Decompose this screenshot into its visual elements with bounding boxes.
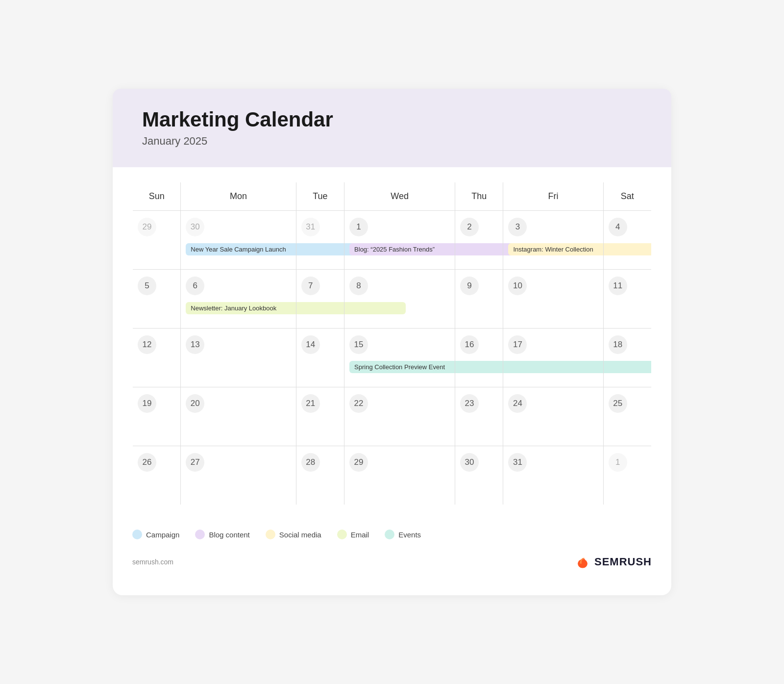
day-number: 26 xyxy=(138,453,156,472)
legend-label: Email xyxy=(351,531,369,539)
day-number: 14 xyxy=(301,335,320,354)
col-header-sun: Sun xyxy=(133,182,181,211)
calendar-week-4: 2627282930311 xyxy=(133,446,652,505)
page-title: Marketing Calendar xyxy=(142,108,642,131)
calendar-cell-w2-d5[interactable]: 17 xyxy=(503,329,603,387)
calendar-cell-w2-d0[interactable]: 12 xyxy=(133,329,181,387)
legend-item-campaign: Campaign xyxy=(132,530,179,539)
legend-dot xyxy=(195,530,205,539)
calendar-cell-w4-d5[interactable]: 31 xyxy=(503,446,603,505)
legend-dot xyxy=(132,530,142,539)
day-number: 29 xyxy=(349,453,368,472)
day-number: 19 xyxy=(138,394,156,413)
day-number: 29 xyxy=(138,218,156,236)
day-number: 27 xyxy=(186,453,204,472)
calendar-cell-w1-d1[interactable]: 6Newsletter: January Lookbook xyxy=(181,270,296,329)
calendar-week-1: 56Newsletter: January Lookbook7891011 xyxy=(133,270,652,329)
calendar-container: SunMonTueWedThuFriSat 2930New Year Sale … xyxy=(113,167,671,520)
calendar-cell-w2-d6[interactable]: 18 xyxy=(603,329,651,387)
calendar-cell-w3-d2[interactable]: 21 xyxy=(296,387,344,446)
calendar-cell-w4-d0[interactable]: 26 xyxy=(133,446,181,505)
day-number: 8 xyxy=(349,277,368,295)
day-number: 4 xyxy=(609,218,627,236)
day-number: 25 xyxy=(609,394,627,413)
calendar-cell-w2-d2[interactable]: 14 xyxy=(296,329,344,387)
day-number: 5 xyxy=(138,277,156,295)
calendar-cell-w1-d0[interactable]: 5 xyxy=(133,270,181,329)
col-header-thu: Thu xyxy=(455,182,503,211)
day-number: 9 xyxy=(460,277,479,295)
legend-dot xyxy=(337,530,347,539)
calendar-cell-w3-d1[interactable]: 20 xyxy=(181,387,296,446)
calendar-cell-w1-d4[interactable]: 9 xyxy=(455,270,503,329)
calendar-table: SunMonTueWedThuFriSat 2930New Year Sale … xyxy=(132,182,652,505)
legend-dot xyxy=(266,530,275,539)
day-number: 2 xyxy=(460,218,479,236)
calendar-cell-w1-d5[interactable]: 10 xyxy=(503,270,603,329)
calendar-week-0: 2930New Year Sale Campaign Launch311Blog… xyxy=(133,211,652,270)
legend-item-social-media: Social media xyxy=(266,530,321,539)
day-number: 21 xyxy=(301,394,320,413)
calendar-cell-w1-d3[interactable]: 8 xyxy=(344,270,455,329)
day-number: 20 xyxy=(186,394,204,413)
day-number: 31 xyxy=(301,218,320,236)
calendar-cell-w4-d2[interactable]: 28 xyxy=(296,446,344,505)
page-wrapper: Marketing Calendar January 2025 SunMonTu… xyxy=(113,89,671,595)
col-header-tue: Tue xyxy=(296,182,344,211)
legend-item-email: Email xyxy=(337,530,369,539)
calendar-cell-w3-d3[interactable]: 22 xyxy=(344,387,455,446)
col-header-mon: Mon xyxy=(181,182,296,211)
calendar-cell-w4-d6[interactable]: 1 xyxy=(603,446,651,505)
calendar-cell-w3-d6[interactable]: 25 xyxy=(603,387,651,446)
semrush-icon xyxy=(574,553,591,571)
legend-item-events: Events xyxy=(385,530,421,539)
day-number: 15 xyxy=(349,335,368,354)
calendar-cell-w0-d0[interactable]: 29 xyxy=(133,211,181,270)
calendar-cell-w0-d3[interactable]: 1Blog: “2025 Fashion Trends” xyxy=(344,211,455,270)
legend-item-blog-content: Blog content xyxy=(195,530,249,539)
calendar-header: Marketing Calendar January 2025 xyxy=(113,89,671,167)
day-number: 28 xyxy=(301,453,320,472)
day-number: 10 xyxy=(508,277,527,295)
calendar-cell-w0-d1[interactable]: 30New Year Sale Campaign Launch xyxy=(181,211,296,270)
day-number: 24 xyxy=(508,394,527,413)
calendar-cell-w4-d4[interactable]: 30 xyxy=(455,446,503,505)
day-number: 1 xyxy=(349,218,368,236)
legend-label: Social media xyxy=(279,531,321,539)
day-number: 11 xyxy=(609,277,627,295)
calendar-cell-w0-d4[interactable]: 2 xyxy=(455,211,503,270)
calendar-cell-w0-d5[interactable]: 3Instagram: Winter Collection xyxy=(503,211,603,270)
calendar-cell-w1-d2[interactable]: 7 xyxy=(296,270,344,329)
calendar-cell-w3-d5[interactable]: 24 xyxy=(503,387,603,446)
calendar-cell-w2-d3[interactable]: 15Spring Collection Preview Event xyxy=(344,329,455,387)
day-number: 16 xyxy=(460,335,479,354)
semrush-logo: SEMRUSH xyxy=(574,553,652,571)
calendar-cell-w2-d4[interactable]: 16 xyxy=(455,329,503,387)
calendar-week-2: 12131415Spring Collection Preview Event1… xyxy=(133,329,652,387)
calendar-week-3: 19202122232425 xyxy=(133,387,652,446)
calendar-cell-w1-d6[interactable]: 11 xyxy=(603,270,651,329)
calendar-legend: CampaignBlog contentSocial mediaEmailEve… xyxy=(113,520,671,539)
calendar-cell-w3-d4[interactable]: 23 xyxy=(455,387,503,446)
svg-point-0 xyxy=(578,559,588,568)
calendar-cell-w0-d6[interactable]: 4 xyxy=(603,211,651,270)
day-number: 31 xyxy=(508,453,527,472)
col-header-fri: Fri xyxy=(503,182,603,211)
day-number: 18 xyxy=(609,335,627,354)
legend-dot xyxy=(385,530,394,539)
day-number: 30 xyxy=(460,453,479,472)
calendar-cell-w4-d1[interactable]: 27 xyxy=(181,446,296,505)
day-number: 17 xyxy=(508,335,527,354)
day-number: 3 xyxy=(508,218,527,236)
day-number: 12 xyxy=(138,335,156,354)
calendar-header-row: SunMonTueWedThuFriSat xyxy=(133,182,652,211)
day-number: 13 xyxy=(186,335,204,354)
calendar-cell-w2-d1[interactable]: 13 xyxy=(181,329,296,387)
day-number: 22 xyxy=(349,394,368,413)
calendar-cell-w3-d0[interactable]: 19 xyxy=(133,387,181,446)
calendar-cell-w4-d3[interactable]: 29 xyxy=(344,446,455,505)
day-number: 1 xyxy=(609,453,627,472)
calendar-cell-w0-d2[interactable]: 31 xyxy=(296,211,344,270)
day-number: 23 xyxy=(460,394,479,413)
day-number: 6 xyxy=(186,277,204,295)
